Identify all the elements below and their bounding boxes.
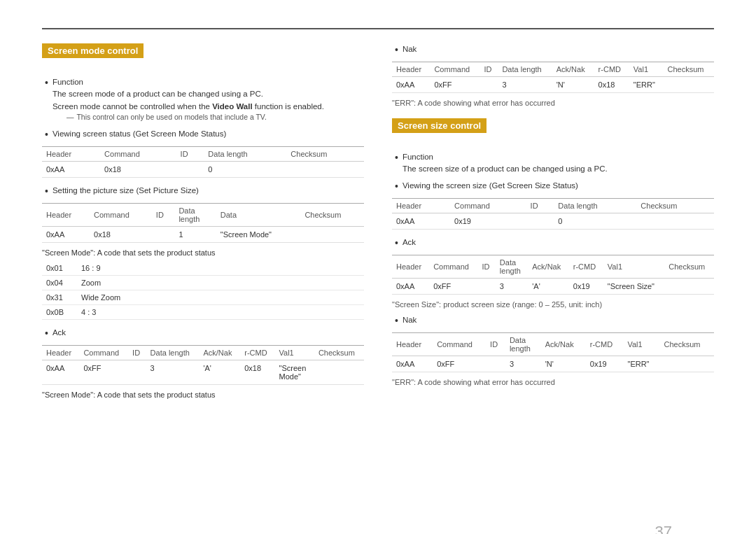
n2t-h1: Header bbox=[392, 333, 433, 356]
nt-h4: Data length bbox=[498, 62, 552, 77]
setting-label: Setting the picture size (Set Picture Si… bbox=[52, 185, 199, 197]
nak-table-container: Header Command ID Data length Ack/Nak r-… bbox=[392, 62, 714, 93]
a2t-r3 bbox=[477, 279, 495, 295]
t2-r2: 0x18 bbox=[90, 227, 152, 243]
bullet-dot-r5: • bbox=[395, 314, 398, 327]
function-desc2-text: Screen mode cannot be controlled when th… bbox=[52, 102, 212, 111]
left-column: Screen mode control • Function The scree… bbox=[42, 43, 364, 402]
n2t-r2: 0xFF bbox=[433, 356, 486, 372]
at-h4: Data length bbox=[146, 346, 200, 360]
table-row: 0xAA 0x18 1 "Screen Mode" bbox=[42, 227, 364, 243]
nt-r6: 0x18 bbox=[594, 77, 629, 93]
val-3: Wide Zoom bbox=[77, 290, 364, 305]
nt-h6: r-CMD bbox=[594, 62, 629, 77]
a2t-r5: 'A' bbox=[528, 279, 569, 295]
nt-h7: Val1 bbox=[629, 62, 664, 77]
table-row: 0x0B 4 : 3 bbox=[42, 305, 364, 320]
at-r3 bbox=[128, 360, 146, 385]
at-r7: "ScreenMode" bbox=[275, 360, 314, 385]
ack2-label: Ack bbox=[402, 237, 416, 248]
table-row: 0xAA 0xFF 3 'N' 0x18 "ERR" bbox=[392, 77, 714, 93]
viewing2-bullet: • Viewing the screen size (Get Screen Si… bbox=[395, 180, 714, 192]
table2-container: Header Command ID Datalength Data Checks… bbox=[42, 203, 364, 243]
top-divider bbox=[42, 28, 714, 29]
n2t-h7: Val1 bbox=[623, 333, 659, 356]
screen-size-note: "Screen Size": product screen size (rang… bbox=[392, 300, 714, 309]
a2t-h2: Command bbox=[429, 255, 477, 279]
n2t-h2: Command bbox=[433, 333, 486, 356]
err-note1: "ERR": A code showing what error has occ… bbox=[392, 99, 714, 107]
t1-h2: Command bbox=[100, 146, 176, 161]
bullet-dot-r2: • bbox=[395, 151, 398, 164]
t3-h5: Checksum bbox=[636, 198, 714, 213]
function2-label: Function bbox=[402, 151, 608, 163]
nak-label: Nak bbox=[402, 43, 416, 55]
code-table: 0x01 16 : 9 0x04 Zoom 0x31 Wide Zoom 0x0… bbox=[42, 261, 364, 320]
section-title-right: Screen size control bbox=[392, 118, 486, 133]
viewing-bullet: • Viewing screen status (Get Screen Mode… bbox=[45, 128, 364, 141]
section-title-left: Screen mode control bbox=[42, 43, 144, 58]
at-r4: 3 bbox=[146, 360, 200, 385]
nt-h5: Ack/Nak bbox=[552, 62, 594, 77]
t2-r3 bbox=[152, 227, 175, 243]
ack-bullet: • Ack bbox=[45, 327, 364, 339]
n2t-r6: 0x19 bbox=[586, 356, 624, 372]
t1-h3: ID bbox=[176, 146, 204, 161]
ack2-table: Header Command ID Datalength Ack/Nak r-C… bbox=[392, 255, 714, 295]
table-row: 0x31 Wide Zoom bbox=[42, 290, 364, 305]
t2-h4: Datalength bbox=[174, 204, 216, 227]
t2-r1: 0xAA bbox=[42, 227, 90, 243]
n2t-r4: 3 bbox=[505, 356, 541, 372]
t3-r4: 0 bbox=[554, 213, 636, 229]
at-h1: Header bbox=[42, 346, 79, 360]
n2t-r1: 0xAA bbox=[392, 356, 433, 372]
t2-r6 bbox=[300, 227, 364, 243]
a2t-r7: "Screen Size" bbox=[603, 279, 664, 295]
nak-bullet: • Nak bbox=[395, 43, 714, 56]
ack-table: Header Command ID Data length Ack/Nak r-… bbox=[42, 345, 364, 385]
code-4: 0x0B bbox=[42, 305, 77, 320]
screen-mode-note1: "Screen Mode": A code that sets the prod… bbox=[42, 248, 364, 257]
ack-note: "Screen Mode": A code that sets the prod… bbox=[42, 391, 364, 399]
val-1: 16 : 9 bbox=[77, 261, 364, 276]
table1: Header Command ID Data length Checksum 0… bbox=[42, 146, 364, 178]
t2-h1: Header bbox=[42, 204, 90, 227]
t1-r5 bbox=[286, 161, 364, 177]
table-row: 0xAA 0xFF 3 'A' 0x19 "Screen Size" bbox=[392, 279, 714, 295]
nt-h2: Command bbox=[430, 62, 479, 77]
at-r1: 0xAA bbox=[42, 360, 79, 385]
code-3: 0x31 bbox=[42, 290, 77, 305]
t2-h5: Data bbox=[216, 204, 301, 227]
t1-r2: 0x18 bbox=[100, 161, 176, 177]
t3-r3 bbox=[526, 213, 554, 229]
function-desc2-end: function is enabled. bbox=[253, 102, 324, 111]
a2t-r1: 0xAA bbox=[392, 279, 429, 295]
a2t-r6: 0x19 bbox=[569, 279, 603, 295]
t3-r2: 0x19 bbox=[450, 213, 526, 229]
viewing-label: Viewing screen status (Get Screen Mode S… bbox=[52, 128, 226, 140]
at-h5: Ack/Nak bbox=[199, 346, 240, 360]
a2t-r8 bbox=[664, 279, 714, 295]
nak2-table-container: Header Command ID Datalength Ack/Nak r-C… bbox=[392, 332, 714, 372]
video-wall-bold: Video Wall bbox=[212, 102, 253, 111]
function-label: Function bbox=[52, 76, 324, 88]
bullet-dot-2: • bbox=[45, 128, 48, 141]
t2-h3: ID bbox=[152, 204, 175, 227]
setting-bullet: • Setting the picture size (Set Picture … bbox=[45, 185, 364, 197]
table3: Header Command ID Data length Checksum 0… bbox=[392, 198, 714, 230]
code-1: 0x01 bbox=[42, 261, 77, 276]
table1-container: Header Command ID Data length Checksum 0… bbox=[42, 146, 364, 178]
val-4: 4 : 3 bbox=[77, 305, 364, 320]
ack-label: Ack bbox=[52, 327, 66, 339]
a2t-r2: 0xFF bbox=[429, 279, 477, 295]
nak-table: Header Command ID Data length Ack/Nak r-… bbox=[392, 62, 714, 93]
table-row: 0xAA 0xFF 3 'N' 0x19 "ERR" bbox=[392, 356, 714, 372]
n2t-h8: Checksum bbox=[660, 333, 714, 356]
viewing2-label: Viewing the screen size (Get Screen Size… bbox=[402, 180, 578, 192]
a2t-h1: Header bbox=[392, 255, 429, 279]
bullet-dot-1: • bbox=[45, 76, 48, 89]
t3-h4: Data length bbox=[554, 198, 636, 213]
t3-h1: Header bbox=[392, 198, 450, 213]
nt-r1: 0xAA bbox=[392, 77, 430, 93]
function-desc1: The screen mode of a product can be chan… bbox=[52, 88, 324, 100]
